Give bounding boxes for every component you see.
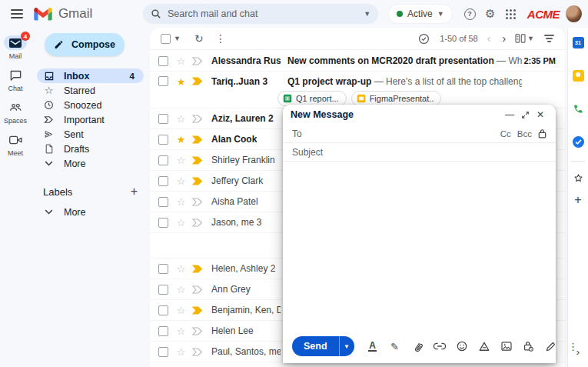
sidebar-item-important[interactable]: Important bbox=[31, 112, 144, 127]
help-me-write-button[interactable]: ✎ bbox=[387, 339, 403, 354]
star-toggle-icon[interactable] bbox=[175, 305, 187, 316]
google-apps-button[interactable] bbox=[500, 3, 521, 25]
star-toggle-icon[interactable] bbox=[175, 263, 187, 275]
importance-marker-icon[interactable] bbox=[191, 155, 204, 165]
attachment-chip[interactable]: Q1 report... bbox=[277, 91, 347, 106]
email-checkbox[interactable] bbox=[158, 285, 168, 295]
message-body-field[interactable] bbox=[283, 162, 556, 329]
email-checkbox[interactable] bbox=[158, 326, 168, 336]
insert-photo-button[interactable] bbox=[499, 339, 514, 354]
rail-item-spaces[interactable]: Spaces bbox=[0, 100, 31, 132]
newer-page-icon[interactable]: ‹ bbox=[485, 32, 493, 45]
user-avatar[interactable] bbox=[566, 5, 582, 22]
email-checkbox[interactable] bbox=[158, 264, 168, 274]
importance-marker-icon[interactable] bbox=[191, 326, 204, 336]
addons-button[interactable] bbox=[570, 171, 586, 186]
compose-header[interactable]: New Message — ✕ bbox=[283, 105, 556, 125]
refresh-icon[interactable]: ↻ bbox=[190, 29, 208, 48]
importance-marker-icon[interactable] bbox=[191, 285, 204, 295]
filter-icon[interactable] bbox=[541, 32, 557, 45]
email-row[interactable]: Alessandra Russo New comments on MCR2020… bbox=[150, 51, 565, 72]
minimize-button[interactable]: — bbox=[502, 108, 517, 122]
rail-item-chat[interactable]: Chat bbox=[0, 68, 31, 100]
confidential-mode-button[interactable] bbox=[521, 339, 537, 354]
star-toggle-icon[interactable] bbox=[175, 196, 187, 208]
email-checkbox[interactable] bbox=[158, 56, 168, 66]
cc-toggle[interactable]: Cc bbox=[500, 129, 511, 138]
formatting-options-button[interactable]: A bbox=[365, 339, 380, 354]
close-icon[interactable]: ✕ bbox=[533, 108, 548, 122]
email-checkbox[interactable] bbox=[158, 176, 168, 186]
importance-marker-icon[interactable] bbox=[191, 347, 204, 357]
star-toggle-icon[interactable] bbox=[175, 76, 187, 88]
calendar-button[interactable]: 31 bbox=[570, 35, 586, 50]
select-caret-icon[interactable]: ▼ bbox=[174, 35, 181, 42]
subject-row[interactable] bbox=[283, 143, 556, 162]
help-button[interactable]: ? bbox=[460, 3, 480, 25]
voice-button[interactable] bbox=[570, 101, 586, 116]
keep-button[interactable] bbox=[570, 68, 586, 83]
importance-marker-icon[interactable] bbox=[191, 114, 204, 124]
input-tools-icon[interactable] bbox=[414, 29, 433, 48]
email-checkbox[interactable] bbox=[158, 76, 168, 86]
rail-item-meet[interactable]: Meet bbox=[0, 132, 31, 165]
email-checkbox[interactable] bbox=[158, 305, 168, 315]
subject-field[interactable] bbox=[292, 147, 546, 158]
search-bar[interactable]: ▼ bbox=[143, 4, 378, 24]
older-page-icon[interactable]: › bbox=[500, 32, 508, 45]
sidebar-item-inbox[interactable]: Inbox 4 bbox=[37, 68, 144, 83]
insert-link-button[interactable] bbox=[432, 339, 447, 354]
send-options-caret-icon[interactable]: ▼ bbox=[339, 336, 354, 356]
more-options-icon[interactable]: ⋮ bbox=[211, 29, 230, 48]
star-toggle-icon[interactable] bbox=[175, 113, 187, 125]
star-toggle-icon[interactable] bbox=[175, 346, 187, 358]
settings-button[interactable]: ⚙ bbox=[480, 3, 500, 25]
importance-marker-icon[interactable] bbox=[191, 76, 204, 86]
gmail-logo[interactable]: Gmail bbox=[34, 6, 143, 22]
tasks-button[interactable] bbox=[570, 134, 586, 149]
main-menu-button[interactable] bbox=[0, 7, 34, 21]
search-options-caret-icon[interactable]: ▼ bbox=[364, 10, 370, 18]
importance-marker-icon[interactable] bbox=[191, 176, 204, 186]
get-addons-button[interactable]: + bbox=[570, 192, 586, 208]
sidebar-item-drafts[interactable]: Drafts bbox=[31, 142, 144, 156]
sidebar-item-snoozed[interactable]: Snoozed bbox=[31, 98, 144, 112]
email-checkbox[interactable] bbox=[158, 218, 168, 228]
star-toggle-icon[interactable] bbox=[175, 217, 187, 229]
star-toggle-icon[interactable] bbox=[175, 155, 187, 166]
star-toggle-icon[interactable] bbox=[175, 284, 187, 295]
compose-more-options-button[interactable]: ⋮ bbox=[566, 339, 581, 354]
popout-button[interactable] bbox=[517, 108, 533, 122]
split-pane-toggle[interactable]: ▼ bbox=[515, 34, 534, 43]
attachment-chip[interactable]: FigmaPresentat.. bbox=[351, 91, 442, 106]
add-label-button[interactable]: + bbox=[131, 186, 138, 197]
search-input[interactable] bbox=[168, 8, 357, 19]
sidebar-item-more[interactable]: More bbox=[31, 156, 144, 171]
status-selector[interactable]: Active ▼ bbox=[389, 5, 452, 23]
email-checkbox[interactable] bbox=[158, 135, 168, 145]
importance-marker-icon[interactable] bbox=[191, 56, 204, 66]
importance-marker-icon[interactable] bbox=[191, 218, 204, 228]
sidebar-item-starred[interactable]: ☆ Starred bbox=[31, 83, 144, 98]
labels-more[interactable]: More bbox=[31, 205, 144, 219]
importance-marker-icon[interactable] bbox=[191, 135, 204, 145]
star-toggle-icon[interactable] bbox=[175, 134, 187, 145]
insert-signature-button[interactable] bbox=[543, 339, 559, 354]
star-toggle-icon[interactable] bbox=[175, 55, 187, 67]
star-toggle-icon[interactable] bbox=[175, 175, 187, 187]
select-all-checkbox[interactable] bbox=[161, 34, 171, 44]
importance-marker-icon[interactable] bbox=[191, 264, 204, 274]
compose-button[interactable]: Compose bbox=[45, 33, 125, 56]
importance-marker-icon[interactable] bbox=[191, 305, 204, 315]
email-checkbox[interactable] bbox=[158, 155, 168, 165]
insert-emoji-button[interactable] bbox=[454, 339, 470, 354]
star-toggle-icon[interactable] bbox=[175, 325, 187, 337]
sidebar-item-sent[interactable]: Sent bbox=[31, 127, 144, 142]
to-field[interactable] bbox=[292, 128, 494, 139]
rail-item-mail[interactable]: 4 Mail bbox=[0, 35, 31, 68]
bcc-toggle[interactable]: Bcc bbox=[517, 129, 532, 138]
email-checkbox[interactable] bbox=[158, 197, 168, 207]
recipients-row[interactable]: Cc Bcc bbox=[283, 125, 556, 143]
email-checkbox[interactable] bbox=[158, 347, 168, 357]
email-row[interactable]: Tariq..Juan 3 Q1 project wrap-up — Here'… bbox=[150, 72, 565, 108]
